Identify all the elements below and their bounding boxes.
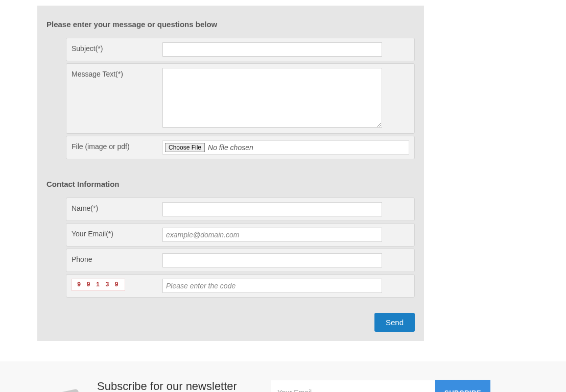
name-row: Name(*) — [66, 198, 415, 221]
email-label: Your Email(*) — [72, 228, 162, 238]
phone-input[interactable] — [162, 253, 382, 267]
message-label: Message Text(*) — [72, 68, 162, 78]
message-section-title: Please enter your message or questions b… — [46, 20, 415, 29]
newsletter-email-input[interactable] — [271, 380, 435, 392]
captcha-input[interactable] — [162, 279, 382, 293]
phone-row: Phone — [66, 249, 415, 272]
file-input-wrap[interactable]: Choose File No file chosen — [162, 140, 409, 155]
send-button[interactable]: Send — [374, 313, 415, 332]
email-row: Your Email(*) — [66, 223, 415, 247]
captcha-image: 9 9 1 3 9 — [72, 279, 125, 291]
button-row: Send — [46, 313, 415, 332]
contact-fields: Name(*) Your Email(*) Phone 9 9 1 3 9 — [46, 198, 415, 298]
name-label: Name(*) — [72, 202, 162, 212]
file-row: File (image or pdf) Choose File No file … — [66, 136, 415, 159]
newsletter-text: Subscribe for our newsletter Receive the… — [97, 380, 266, 392]
subscribe-button[interactable]: SUBCRIBE — [435, 380, 490, 392]
message-row: Message Text(*) — [66, 63, 415, 134]
newsletter-icon-wrap — [0, 380, 97, 392]
contact-section-title: Contact Information — [46, 180, 415, 188]
file-label: File (image or pdf) — [72, 140, 162, 151]
no-file-text: No file chosen — [208, 143, 253, 152]
newsletter-form: SUBCRIBE — [271, 380, 490, 392]
subject-label: Subject(*) — [72, 42, 162, 53]
newsletter-section: Subscribe for our newsletter Receive the… — [0, 361, 566, 392]
contact-form-panel: Please enter your message or questions b… — [37, 6, 424, 341]
captcha-row: 9 9 1 3 9 — [66, 274, 415, 298]
message-textarea[interactable] — [162, 68, 382, 128]
choose-file-button[interactable]: Choose File — [165, 143, 205, 152]
subject-input[interactable] — [162, 42, 382, 57]
newsletter-title: Subscribe for our newsletter — [97, 380, 266, 392]
message-fields: Subject(*) Message Text(*) File (image o… — [46, 38, 415, 159]
envelope-icon — [32, 385, 88, 392]
phone-label: Phone — [72, 253, 162, 263]
email-input[interactable] — [162, 228, 382, 242]
name-input[interactable] — [162, 202, 382, 216]
subject-row: Subject(*) — [66, 38, 415, 61]
